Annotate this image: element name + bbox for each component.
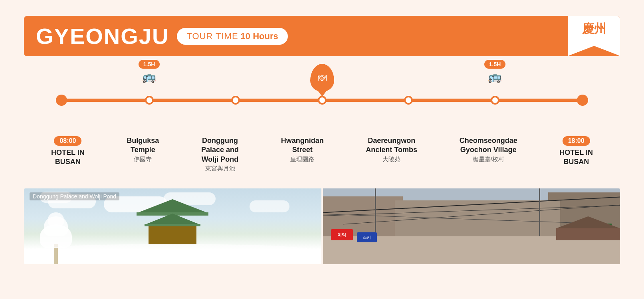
bus-icon-2: 🚌 [488, 70, 502, 83]
food-pin-shape: 🍽 [310, 64, 334, 92]
snow-ground [24, 244, 321, 264]
timeline-node-bulguksa: 1.5H 🚌 [145, 96, 154, 105]
stop-name-daereungwon: DaereungwonAncient Tombs [366, 136, 417, 155]
tour-time-label: TOUR TIME [186, 31, 238, 42]
timeline-node-hwangnidan: 🍽 [318, 96, 327, 105]
timeline-nodes: 1.5H 🚌 🍽 [24, 68, 620, 132]
traditional-roof [556, 216, 620, 240]
timeline-node-cheomseongdae: 1.5H 🚌 [491, 96, 499, 105]
stop-chinese-cheomseongdae: 瞻星臺/校村 [460, 156, 517, 163]
stop-name-end: HOTEL INBUSAN [559, 148, 593, 167]
stop-label-start: 08:00 HOTEL INBUSAN [51, 136, 85, 172]
chinese-city-name: 慶州 [582, 21, 606, 37]
node-dot-daereungwon [404, 96, 413, 105]
timeline-labels: 08:00 HOTEL INBUSAN BulguksaTemple 佛國寺 D… [24, 136, 620, 172]
node-dot-end [577, 95, 588, 106]
photo-donggung: Donggung Palace and Wolji Pond [24, 188, 321, 264]
stop-time-start: 08:00 [54, 136, 81, 146]
stop-name-bulguksa: BulguksaTemple [127, 136, 159, 155]
stop-label-daereungwon: DaereungwonAncient Tombs 大陵苑 [366, 136, 417, 172]
cloud-5 [250, 200, 289, 212]
travel-time-2: 1.5H [484, 60, 506, 69]
bus-icon-1: 🚌 [142, 70, 156, 83]
tour-time-value: 10 Hours [241, 31, 278, 42]
food-icon: 🍽 [318, 73, 327, 83]
stop-label-bulguksa: BulguksaTemple 佛國寺 [127, 136, 159, 172]
stop-name-hwangnidan: HwangnidanStreet [281, 136, 324, 155]
timeline-node-end [577, 95, 588, 106]
stop-label-cheomseongdae: CheomseongdaeGyochon Village 瞻星臺/校村 [460, 136, 517, 172]
timeline-section: 1.5H 🚌 🍽 [24, 68, 620, 180]
stop-chinese-bulguksa: 佛國寺 [127, 156, 159, 163]
sign-red: 이익 [331, 229, 353, 240]
photo-street: 이익 스키 치킨 1994 [323, 188, 620, 264]
node-dot-cheomseongdae [491, 96, 499, 105]
stop-name-donggung: DonggungPalace andWolji Pond [201, 136, 239, 164]
city-title: GYEONGJU [36, 23, 169, 49]
corner-ribbon: 慶州 [568, 16, 620, 56]
node-dot-bulguksa [145, 96, 154, 105]
photo-right-scene: 이익 스키 치킨 1994 [323, 188, 620, 264]
sign-blue: 스키 [357, 232, 377, 242]
travel-badge-2: 1.5H 🚌 [484, 60, 506, 83]
photos-section: Donggung Palace and Wolji Pond 이익 스키 치킨 … [24, 188, 620, 264]
temple [137, 199, 208, 244]
stop-label-donggung: DonggungPalace andWolji Pond 東宮與月池 [201, 136, 239, 172]
food-pin: 🍽 [310, 64, 334, 92]
node-dot-start [56, 95, 67, 106]
header-banner: GYEONGJU TOUR TIME 10 Hours 慶州 [24, 16, 620, 56]
building-bg-mid [395, 200, 561, 240]
stop-chinese-daereungwon: 大陵苑 [366, 156, 417, 163]
stop-time-end: 18:00 [563, 136, 590, 146]
timeline-node-donggung [231, 96, 240, 105]
travel-badge-1: 1.5H 🚌 [139, 60, 160, 83]
photo-left-label: Donggung Palace and Wolji Pond [30, 192, 119, 200]
stop-chinese-donggung: 東宮與月池 [201, 165, 239, 172]
timeline-node-start [56, 95, 67, 106]
node-dot-donggung [231, 96, 240, 105]
stop-name-start: HOTEL INBUSAN [51, 148, 85, 167]
timeline-node-daereungwon [404, 96, 413, 105]
timeline-container: 1.5H 🚌 🍽 [24, 68, 620, 132]
stop-label-end: 18:00 HOTEL INBUSAN [559, 136, 593, 172]
stop-name-cheomseongdae: CheomseongdaeGyochon Village [460, 136, 517, 155]
tour-time-badge: TOUR TIME 10 Hours [177, 28, 287, 45]
travel-time-1: 1.5H [139, 60, 160, 69]
stop-label-hwangnidan: HwangnidanStreet 皇理團路 [281, 136, 324, 172]
stop-chinese-hwangnidan: 皇理團路 [281, 156, 324, 163]
node-dot-hwangnidan [318, 96, 327, 105]
